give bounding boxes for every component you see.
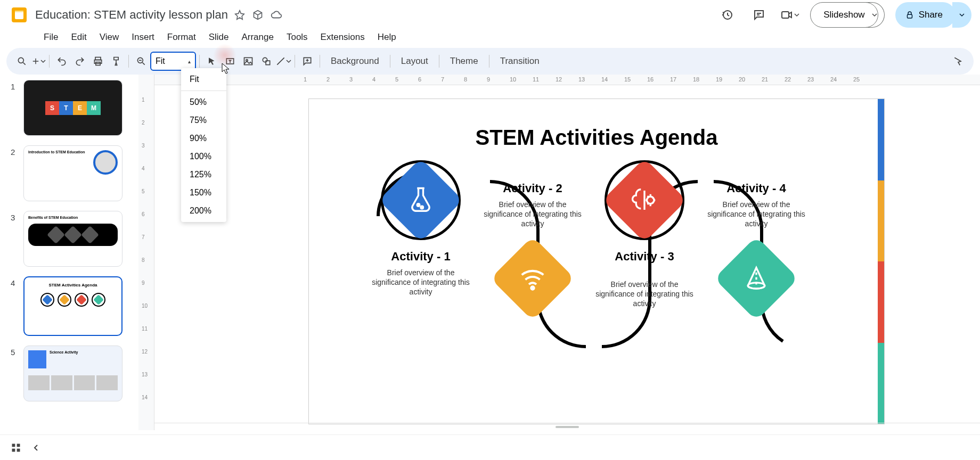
textbox-icon[interactable] bbox=[221, 52, 239, 70]
redo-icon[interactable] bbox=[71, 52, 89, 70]
cloud-status-icon[interactable] bbox=[271, 9, 282, 21]
image-icon[interactable] bbox=[239, 52, 257, 70]
canvas[interactable]: STEM Activities Agenda bbox=[154, 85, 980, 430]
grid-view-icon[interactable] bbox=[11, 442, 21, 453]
menu-insert[interactable]: Insert bbox=[126, 30, 160, 44]
activity-2-icon bbox=[493, 239, 573, 318]
menu-extensions[interactable]: Extensions bbox=[315, 30, 370, 44]
slide-thumb-5[interactable]: Science Activity bbox=[23, 346, 123, 401]
zoom-option-200[interactable]: 200% bbox=[181, 202, 226, 220]
zoom-option-fit[interactable]: Fit bbox=[181, 70, 226, 88]
activity-4-desc[interactable]: Brief overview of the significance of in… bbox=[703, 200, 810, 229]
lock-icon bbox=[905, 10, 914, 20]
collapse-filmstrip-icon[interactable] bbox=[32, 443, 40, 452]
search-menus-icon[interactable] bbox=[13, 52, 31, 70]
svg-rect-2 bbox=[15, 11, 23, 12]
activity-2-desc[interactable]: Brief overview of the significance of in… bbox=[479, 200, 586, 229]
paint-format-icon[interactable] bbox=[107, 52, 125, 70]
select-tool-icon[interactable] bbox=[203, 52, 221, 70]
zoom-option-150[interactable]: 150% bbox=[181, 184, 226, 202]
shape-icon[interactable] bbox=[257, 52, 275, 70]
svg-point-14 bbox=[263, 58, 267, 62]
slide-filmstrip[interactable]: 1 S T E M 2 Introduction to STEM Educati… bbox=[0, 75, 138, 430]
zoom-option-90[interactable]: 90% bbox=[181, 129, 226, 147]
activity-4-title[interactable]: Activity - 4 bbox=[703, 182, 810, 195]
svg-rect-23 bbox=[12, 448, 15, 451]
star-icon[interactable] bbox=[234, 10, 245, 20]
slide-editor: 1234567891011121314 12345678910111213141… bbox=[138, 75, 980, 430]
comments-icon[interactable] bbox=[748, 4, 770, 26]
zoom-option-50[interactable]: 50% bbox=[181, 91, 226, 111]
svg-rect-21 bbox=[12, 443, 15, 447]
svg-point-16 bbox=[417, 204, 420, 207]
activity-3-desc[interactable]: Brief overview of the significance of in… bbox=[591, 280, 698, 309]
slide-thumb-2[interactable]: Introduction to STEM Education bbox=[23, 145, 123, 201]
zoom-option-75[interactable]: 75% bbox=[181, 111, 226, 129]
activity-3-icon bbox=[605, 160, 684, 240]
share-dropdown[interactable] bbox=[952, 2, 971, 28]
menu-bar: File Edit View Insert Format Slide Arran… bbox=[0, 30, 980, 48]
zoom-dropdown-menu: Fit 50% 75% 90% 100% 125% 150% 200% bbox=[181, 68, 226, 222]
toolbar: ▴ Background Layout Theme Transition bbox=[6, 48, 974, 75]
menu-tools[interactable]: Tools bbox=[281, 30, 313, 44]
app-logo-icon[interactable] bbox=[9, 4, 30, 26]
theme-button[interactable]: Theme bbox=[443, 53, 486, 70]
print-icon[interactable] bbox=[89, 52, 107, 70]
activity-1-title[interactable]: Activity - 1 bbox=[368, 250, 474, 264]
svg-rect-22 bbox=[17, 443, 20, 447]
svg-rect-12 bbox=[244, 58, 252, 64]
thumb-num: 1 bbox=[11, 80, 23, 136]
line-tool-icon[interactable] bbox=[275, 52, 291, 70]
add-comment-icon[interactable] bbox=[298, 52, 316, 70]
menu-format[interactable]: Format bbox=[162, 30, 201, 44]
slide-thumb-1[interactable]: S T E M bbox=[23, 80, 123, 136]
menu-edit[interactable]: Edit bbox=[66, 30, 92, 44]
slide-title[interactable]: STEM Activities Agenda bbox=[309, 126, 884, 150]
speaker-notes-handle[interactable] bbox=[154, 423, 980, 430]
menu-slide[interactable]: Slide bbox=[203, 30, 234, 44]
title-bar: Education: STEM activity lesson plan Sli… bbox=[0, 0, 980, 30]
new-slide-button[interactable] bbox=[31, 52, 46, 70]
layout-button[interactable]: Layout bbox=[394, 53, 436, 70]
activity-4-icon bbox=[716, 239, 796, 318]
horizontal-ruler: 1234567891011121314151617181920212223242… bbox=[154, 75, 980, 85]
slide-color-tabs bbox=[878, 99, 884, 424]
menu-file[interactable]: File bbox=[38, 30, 63, 44]
activity-3-title[interactable]: Activity - 3 bbox=[591, 250, 698, 264]
vertical-ruler: 1234567891011121314 bbox=[138, 75, 154, 430]
brain-gear-icon bbox=[630, 186, 659, 215]
history-icon[interactable] bbox=[716, 4, 738, 26]
slide-thumb-3[interactable]: Benefits of STEM Education bbox=[23, 211, 123, 267]
svg-point-18 bbox=[531, 286, 534, 289]
share-button[interactable]: Share bbox=[895, 2, 956, 28]
activity-2-title[interactable]: Activity - 2 bbox=[479, 182, 586, 195]
menu-view[interactable]: View bbox=[94, 30, 125, 44]
menu-arrange[interactable]: Arrange bbox=[236, 30, 279, 44]
undo-icon[interactable] bbox=[53, 52, 71, 70]
cone-icon bbox=[742, 264, 771, 293]
transition-button[interactable]: Transition bbox=[493, 53, 547, 70]
zoom-stepper-icon[interactable]: ▴ bbox=[188, 59, 191, 64]
move-icon[interactable] bbox=[252, 10, 263, 20]
svg-point-17 bbox=[421, 206, 423, 209]
slide-canvas[interactable]: STEM Activities Agenda bbox=[309, 99, 884, 424]
zoom-option-125[interactable]: 125% bbox=[181, 166, 226, 184]
svg-rect-5 bbox=[907, 14, 912, 18]
hide-menus-icon[interactable] bbox=[949, 52, 967, 70]
slide-thumb-4[interactable]: STEM Activities Agenda bbox=[23, 276, 123, 336]
svg-point-6 bbox=[18, 58, 23, 63]
zoom-tool-icon[interactable] bbox=[132, 52, 150, 70]
slideshow-dropdown[interactable] bbox=[865, 2, 885, 28]
activity-1-icon bbox=[381, 160, 461, 240]
wifi-icon bbox=[518, 264, 547, 293]
main-area: 1 S T E M 2 Introduction to STEM Educati… bbox=[0, 75, 980, 430]
background-button[interactable]: Background bbox=[323, 53, 387, 70]
zoom-option-100[interactable]: 100% bbox=[181, 147, 226, 166]
menu-help[interactable]: Help bbox=[372, 30, 402, 44]
bottom-bar bbox=[0, 434, 980, 460]
flask-icon bbox=[406, 186, 435, 215]
doc-title[interactable]: Education: STEM activity lesson plan bbox=[35, 8, 228, 22]
zoom-input-field[interactable] bbox=[156, 56, 177, 66]
meet-icon[interactable] bbox=[780, 4, 799, 26]
activity-1-desc[interactable]: Brief overview of the significance of in… bbox=[368, 268, 474, 297]
